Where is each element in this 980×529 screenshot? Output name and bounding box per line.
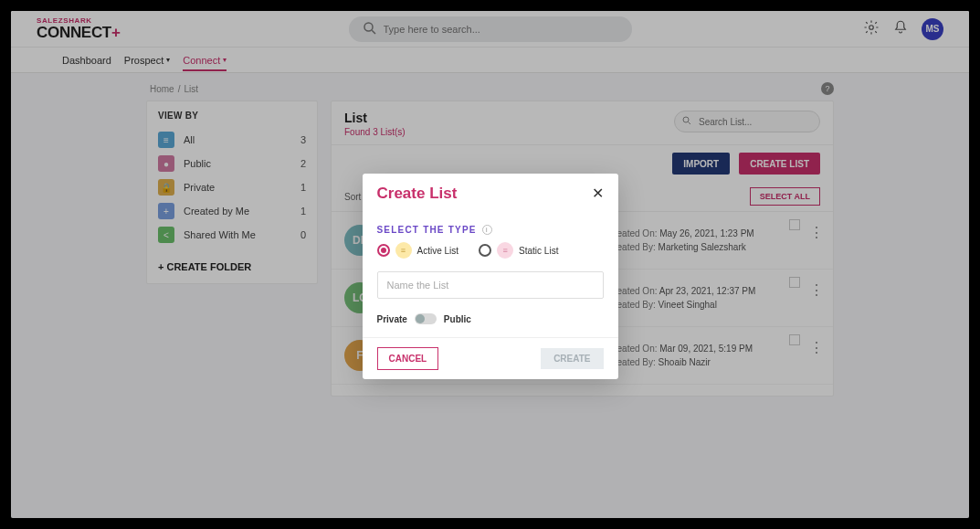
active-list-icon: ≡ bbox=[395, 242, 412, 259]
list-name-input[interactable] bbox=[377, 271, 604, 299]
public-label: Public bbox=[444, 314, 471, 324]
close-icon[interactable]: ✕ bbox=[592, 186, 604, 201]
radio-icon bbox=[479, 244, 491, 257]
private-label: Private bbox=[377, 314, 407, 324]
modal-title: Create List bbox=[377, 185, 458, 203]
create-button[interactable]: CREATE bbox=[541, 348, 603, 369]
privacy-toggle[interactable] bbox=[415, 313, 437, 324]
static-list-icon: ≡ bbox=[497, 242, 513, 259]
select-type-label: SELECT THE TYPE i bbox=[377, 225, 604, 235]
create-list-modal: Create List ✕ SELECT THE TYPE i ≡ Active… bbox=[363, 174, 618, 379]
cancel-button[interactable]: CANCEL bbox=[377, 347, 439, 370]
type-static-list[interactable]: ≡ Static List bbox=[479, 242, 558, 259]
type-active-list[interactable]: ≡ Active List bbox=[377, 242, 459, 259]
info-icon[interactable]: i bbox=[482, 225, 492, 235]
radio-selected-icon bbox=[377, 244, 390, 257]
